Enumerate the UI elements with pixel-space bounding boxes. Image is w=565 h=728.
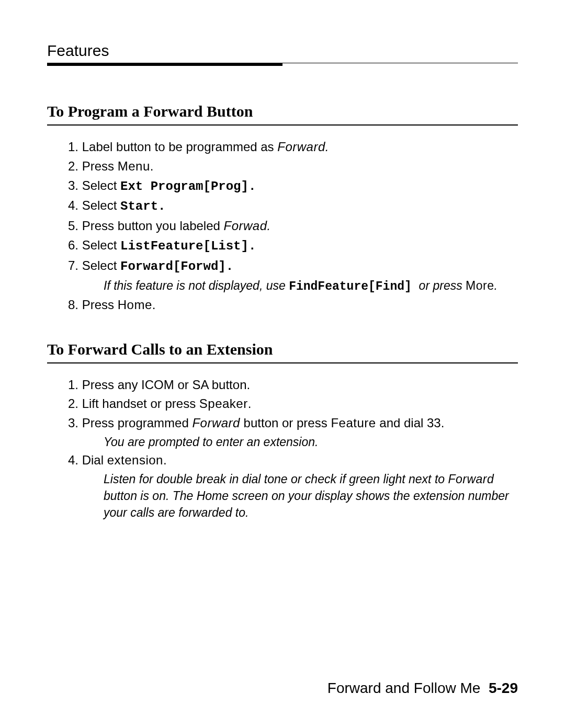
section-rule: [47, 362, 518, 363]
steps-forward-extension: 1. Press any ICOM or SA button. 2. Lift …: [68, 376, 518, 521]
step-note: If this feature is not displayed, use Fi…: [86, 277, 518, 295]
list-item: 1. Label button to be programmed as Forw…: [68, 138, 518, 156]
page-footer: Forward and Follow Me 5-29: [327, 680, 518, 697]
steps-program-forward: 1. Label button to be programmed as Forw…: [68, 138, 518, 314]
section-rule: [47, 124, 518, 126]
list-item: 7. Select Forward[Forwd]. If this featur…: [68, 257, 518, 295]
step-note: Listen for double break in dial tone or …: [86, 471, 518, 521]
list-item: 6. Select ListFeature[List].: [68, 236, 518, 256]
list-item: 4. Dial extension. Listen for double bre…: [68, 451, 518, 521]
section-title-forward-extension: To Forward Calls to an Extension: [47, 340, 518, 358]
list-item: 3. Press programmed Forward button or pr…: [68, 414, 518, 450]
list-item: 1. Press any ICOM or SA button.: [68, 376, 518, 394]
step-note: You are prompted to enter an extension.: [86, 434, 518, 450]
section-title-program-forward: To Program a Forward Button: [47, 103, 518, 120]
footer-title: Forward and Follow Me: [327, 680, 481, 696]
chapter-title: Features: [47, 42, 518, 60]
list-item: 4. Select Start.: [68, 197, 518, 216]
page-number: 5-29: [489, 680, 518, 696]
list-item: 2. Press Menu.: [68, 157, 518, 176]
header-rule: [47, 63, 518, 66]
list-item: 3. Select Ext Program[Prog].: [68, 177, 518, 196]
list-item: 2. Lift handset or press Speaker.: [68, 395, 518, 413]
list-item: 8. Press Home.: [68, 296, 518, 314]
list-item: 5. Press button you labeled Forwad.: [68, 217, 518, 235]
